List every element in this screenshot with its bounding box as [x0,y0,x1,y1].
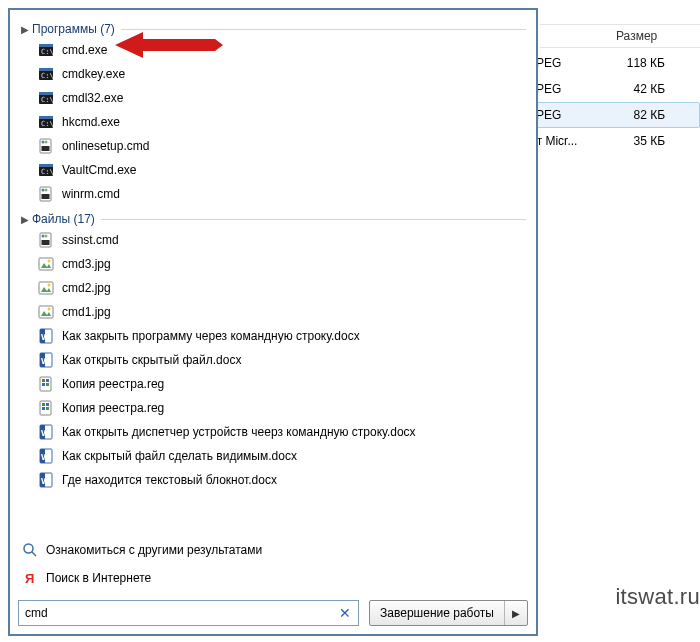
group-header[interactable]: ▶Файлы (17) [20,212,526,226]
search-box[interactable]: ✕ [18,600,359,626]
svg-point-14 [42,141,45,144]
search-result-item[interactable]: C:\cmdkey.exe [20,62,526,86]
svg-rect-50 [42,407,45,410]
search-result-item[interactable]: onlinesetup.cmd [20,134,526,158]
search-result-label: onlinesetup.cmd [62,139,149,153]
group-divider [121,29,526,30]
console-icon: C:\ [38,162,54,178]
svg-rect-33 [39,306,53,318]
svg-line-62 [32,552,36,556]
explorer-file-size: 35 КБ [610,134,665,148]
svg-text:W: W [41,452,50,462]
more-results-label: Ознакомиться с другими результатами [46,543,262,557]
svg-rect-46 [46,383,49,386]
word-icon: W [38,472,54,488]
explorer-file-type: JPEG [530,56,610,70]
explorer-file-type: нт Micr... [530,134,610,148]
explorer-column-headers: Размер [540,24,700,48]
svg-text:Я: Я [25,571,34,586]
search-result-item[interactable]: C:\hkcmd.exe [20,110,526,134]
group-header[interactable]: ▶Программы (7) [20,22,526,36]
cmd-file-icon [38,232,54,248]
internet-search-label: Поиск в Интернете [46,571,151,585]
bottom-bar: ✕ Завершение работы ▶ [16,592,530,628]
svg-point-22 [45,189,48,192]
reg-icon [38,400,54,416]
search-result-item[interactable]: cmd1.jpg [20,300,526,324]
cmd-file-icon [38,186,54,202]
search-result-label: cmd3.jpg [62,257,111,271]
group-title: Файлы (17) [32,212,95,226]
search-result-label: Копия реестра.reg [62,377,164,391]
chevron-right-icon: ▶ [20,214,30,225]
explorer-row[interactable]: JPEG42 КБ [525,76,700,102]
clear-search-button[interactable]: ✕ [336,604,354,622]
shutdown-menu-button[interactable]: ▶ [505,601,527,625]
watermark-text: itswat.ru [615,584,700,610]
svg-text:C:\: C:\ [41,72,54,80]
search-result-label: cmdl32.exe [62,91,123,105]
search-result-item[interactable]: C:\cmdl32.exe [20,86,526,110]
svg-rect-45 [42,383,45,386]
svg-rect-17 [39,164,53,167]
search-result-item[interactable]: WКак закрыть программу через командную с… [20,324,526,348]
group-title: Программы (7) [32,22,115,36]
svg-rect-48 [42,403,45,406]
search-result-item[interactable]: WГде находится текстовый блокнот.docx [20,468,526,492]
search-result-item[interactable]: WКак скрытый файл сделать видимым.docx [20,444,526,468]
yandex-icon: Я [22,570,38,586]
search-result-item[interactable]: cmd3.jpg [20,252,526,276]
explorer-file-size: 82 КБ [610,108,665,122]
console-icon: C:\ [38,42,54,58]
search-result-item[interactable]: ssinst.cmd [20,228,526,252]
search-results-body: ▶Программы (7)C:\cmd.exeC:\cmdkey.exeC:\… [16,14,530,536]
search-result-item[interactable]: Копия реестра.reg [20,372,526,396]
shutdown-split-button: Завершение работы ▶ [369,600,528,626]
svg-text:W: W [41,428,50,438]
search-result-item[interactable]: winrm.cmd [20,182,526,206]
explorer-row[interactable]: JPEG82 КБ [525,102,700,128]
column-header-size[interactable]: Размер [610,29,663,43]
search-result-item[interactable]: C:\cmd.exe [20,38,526,62]
svg-point-35 [48,308,51,311]
search-input[interactable] [23,603,336,623]
word-icon: W [38,328,54,344]
console-icon: C:\ [38,114,54,130]
svg-rect-47 [40,401,51,415]
image-icon [38,304,54,320]
search-result-label: Копия реестра.reg [62,401,164,415]
svg-text:C:\: C:\ [41,96,54,104]
svg-rect-4 [39,68,53,71]
more-results-row[interactable]: Ознакомиться с другими результатами [16,536,530,564]
explorer-row[interactable]: нт Micr...35 КБ [525,128,700,154]
image-icon [38,280,54,296]
internet-search-row[interactable]: Я Поиск в Интернете [16,564,530,592]
svg-rect-7 [39,92,53,95]
search-result-item[interactable]: cmd2.jpg [20,276,526,300]
search-result-label: ssinst.cmd [62,233,119,247]
svg-text:C:\: C:\ [41,48,54,56]
search-result-label: Как открыть диспетчер устройств чеерз ко… [62,425,416,439]
svg-rect-10 [39,116,53,119]
search-result-label: cmdkey.exe [62,67,125,81]
svg-point-61 [24,544,33,553]
svg-rect-1 [39,44,53,47]
search-result-item[interactable]: C:\VaultCmd.exe [20,158,526,182]
search-result-item[interactable]: WКак открыть диспетчер устройств чеерз к… [20,420,526,444]
search-result-item[interactable]: Копия реестра.reg [20,396,526,420]
svg-rect-24 [42,240,50,245]
console-icon: C:\ [38,66,54,82]
svg-rect-30 [39,282,53,294]
image-icon [38,256,54,272]
word-icon: W [38,448,54,464]
shutdown-button[interactable]: Завершение работы [370,601,505,625]
svg-point-26 [45,235,48,238]
explorer-row[interactable]: JPEG118 КБ [525,50,700,76]
word-icon: W [38,424,54,440]
search-result-item[interactable]: WКак открыть скрытый файл.docx [20,348,526,372]
svg-rect-49 [46,403,49,406]
search-result-label: Как закрыть программу через командную ст… [62,329,360,343]
search-result-label: cmd2.jpg [62,281,111,295]
svg-point-25 [42,235,45,238]
svg-text:C:\: C:\ [41,168,54,176]
